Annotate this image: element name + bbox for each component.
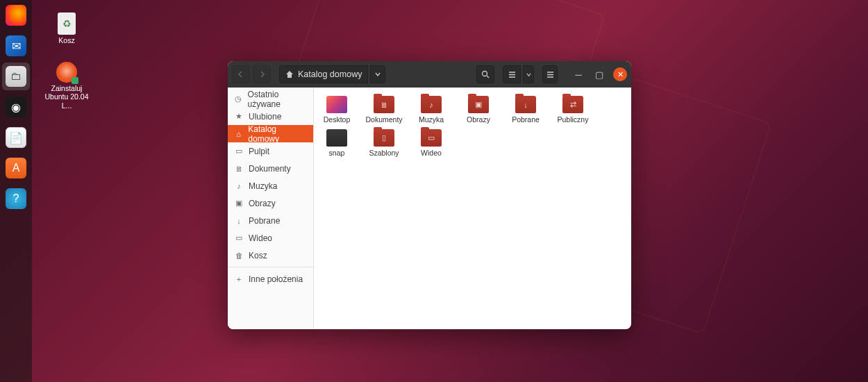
maximize-button[interactable]: ▢ — [592, 67, 606, 81]
download-icon: ↓ — [235, 217, 243, 225]
view-list-button[interactable] — [503, 65, 521, 83]
sidebar-item-documents[interactable]: 🗎Dokumenty — [228, 160, 313, 177]
folder-publiczny[interactable]: ⇄Publiczny — [557, 96, 589, 124]
ubuntu-installer-icon — [56, 62, 77, 83]
folder-icon: ▭ — [421, 129, 442, 147]
thunderbird-icon: ✉ — [6, 35, 26, 56]
chevron-left-icon — [237, 71, 244, 78]
minimize-icon: ─ — [575, 69, 581, 80]
folder-label: Obrazy — [467, 115, 490, 124]
folder-icon: ▣ — [468, 96, 489, 113]
sidebar-item-trash[interactable]: 🗑Kosz — [228, 247, 313, 264]
desktop-installer[interactable]: Zainstaluj Ubuntu 20.04 L... — [39, 62, 94, 110]
clock-icon: ◷ — [235, 94, 242, 103]
folder-snap[interactable]: snap — [321, 129, 353, 157]
minimize-button[interactable]: ─ — [571, 67, 585, 81]
hamburger-menu-button[interactable] — [542, 65, 558, 83]
dock-help[interactable]: ? — [2, 185, 30, 213]
dock-firefox[interactable] — [2, 1, 30, 29]
folder-label: snap — [329, 149, 345, 157]
folder-icon: ▯ — [374, 129, 394, 147]
path-bar[interactable]: Katalog domowy — [279, 65, 368, 83]
plus-icon: + — [235, 275, 243, 283]
document-icon: 🗎 — [235, 165, 243, 173]
sidebar-item-videos[interactable]: ▭Wideo — [228, 229, 313, 247]
home-icon — [285, 70, 294, 78]
sidebar-item-desktop[interactable]: ▭Pulpit — [228, 142, 313, 160]
folder-pobrane[interactable]: ↓Pobrane — [510, 96, 542, 124]
dock-software[interactable]: A — [2, 154, 30, 182]
titlebar[interactable]: Katalog domowy ─ ▢ ✕ — [228, 61, 631, 88]
nav-forward-button[interactable] — [253, 65, 271, 83]
folder-icon — [326, 96, 347, 113]
view-dropdown-button[interactable] — [523, 65, 534, 83]
files-icon: 🗀 — [6, 66, 26, 87]
sidebar-item-label: Ulubione — [249, 112, 281, 122]
nav-back-button[interactable] — [232, 65, 250, 83]
search-button[interactable] — [476, 65, 494, 83]
close-button[interactable]: ✕ — [613, 67, 627, 81]
sidebar-item-label: Obrazy — [249, 199, 276, 208]
path-dropdown-button[interactable] — [370, 65, 385, 83]
dock-thunderbird[interactable]: ✉ — [2, 32, 30, 60]
sidebar-item-home[interactable]: ⌂Katalog domowy — [228, 125, 313, 142]
svg-point-0 — [482, 71, 487, 76]
sidebar-item-downloads[interactable]: ↓Pobrane — [228, 212, 313, 229]
folder-icon: ⇄ — [562, 96, 583, 113]
dock: ✉ 🗀 ◉ 📄 A ? — [0, 0, 32, 382]
folder-icon: 🗎 — [374, 96, 394, 113]
home-icon: ⌂ — [235, 130, 242, 138]
hamburger-icon — [546, 70, 555, 79]
folder-icon — [326, 129, 347, 147]
trash-icon: ♻ — [58, 13, 76, 35]
folder-obrazy[interactable]: ▣Obrazy — [462, 96, 494, 124]
folder-label: Szablony — [369, 149, 399, 157]
desktop-trash[interactable]: ♻ Kosz — [39, 13, 94, 45]
sidebar-item-pictures[interactable]: ▣Obrazy — [228, 194, 313, 212]
folder-wideo[interactable]: ▭Wideo — [415, 129, 447, 157]
maximize-icon: ▢ — [595, 69, 603, 80]
sidebar-item-label: Kosz — [249, 251, 267, 260]
chevron-right-icon — [258, 71, 265, 78]
sidebar-item-label: Wideo — [249, 233, 272, 243]
sidebar-item-music[interactable]: ♪Muzyka — [228, 177, 313, 194]
folder-label: Wideo — [421, 149, 442, 157]
sidebar: ◷Ostatnio używane ★Ulubione ⌂Katalog dom… — [228, 88, 314, 329]
chevron-down-icon — [526, 72, 531, 77]
sidebar-item-label: Katalog domowy — [248, 124, 306, 144]
folder-content-area[interactable]: Desktop🗎Dokumenty♪Muzyka▣Obrazy↓Pobrane⇄… — [314, 88, 631, 329]
folder-label: Pobrane — [512, 115, 540, 124]
sidebar-item-label: Muzyka — [249, 181, 277, 191]
folder-label: Desktop — [324, 115, 351, 124]
image-icon: ▣ — [235, 199, 243, 208]
screen-icon: ▭ — [235, 147, 243, 156]
folder-szablony[interactable]: ▯Szablony — [368, 129, 400, 157]
folder-desktop[interactable]: Desktop — [321, 96, 353, 124]
file-manager-window: Katalog domowy ─ ▢ ✕ ◷Ostatnio używane ★… — [228, 61, 631, 329]
folder-label: Dokumenty — [365, 115, 402, 124]
sidebar-item-recent[interactable]: ◷Ostatnio używane — [228, 90, 313, 108]
trash-icon: 🗑 — [235, 251, 243, 260]
folder-muzyka[interactable]: ♪Muzyka — [415, 96, 447, 124]
sidebar-item-other-locations[interactable]: +Inne położenia — [228, 270, 313, 288]
sidebar-item-label: Pobrane — [249, 216, 280, 226]
trash-label: Kosz — [58, 36, 74, 45]
sidebar-item-label: Pulpit — [249, 147, 269, 156]
path-label: Katalog domowy — [298, 69, 362, 79]
chevron-down-icon — [375, 72, 381, 77]
music-player-icon: ◉ — [6, 97, 26, 117]
close-icon: ✕ — [617, 70, 624, 79]
star-icon: ★ — [235, 112, 243, 121]
sidebar-item-starred[interactable]: ★Ulubione — [228, 108, 313, 125]
folder-label: Muzyka — [419, 115, 444, 124]
sidebar-item-label: Dokumenty — [249, 164, 291, 174]
dock-files[interactable]: 🗀 — [2, 63, 30, 90]
dock-rhythmbox[interactable]: ◉ — [2, 93, 30, 121]
sidebar-item-label: Ostatnio używane — [248, 90, 306, 109]
firefox-icon — [6, 5, 26, 26]
folder-dokumenty[interactable]: 🗎Dokumenty — [368, 96, 400, 124]
desktop-icons: ♻ Kosz Zainstaluj Ubuntu 20.04 L... — [39, 13, 94, 110]
dock-writer[interactable]: 📄 — [2, 124, 30, 151]
music-icon: ♪ — [235, 182, 243, 190]
sidebar-separator — [228, 267, 313, 267]
